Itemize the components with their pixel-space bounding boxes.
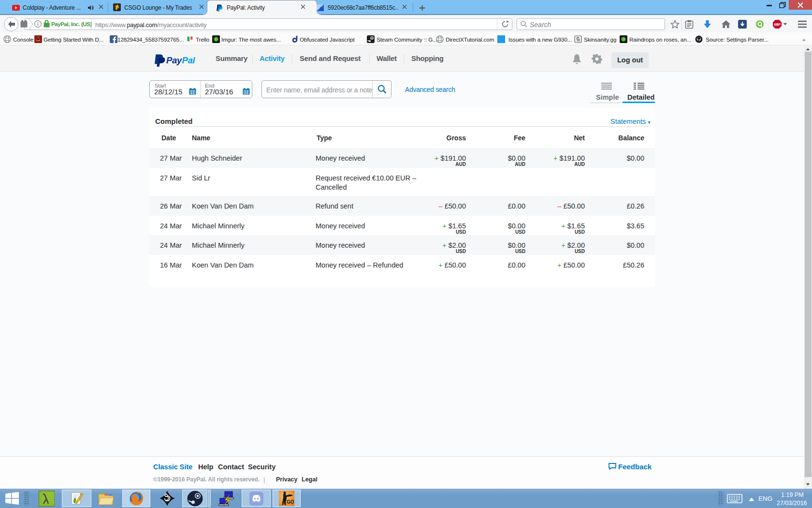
svg-text:Pal: Pal <box>182 55 196 65</box>
svg-text:GO: GO <box>287 499 294 505</box>
svg-text:ABP: ABP <box>774 23 781 26</box>
svg-text:Pay: Pay <box>166 55 183 65</box>
